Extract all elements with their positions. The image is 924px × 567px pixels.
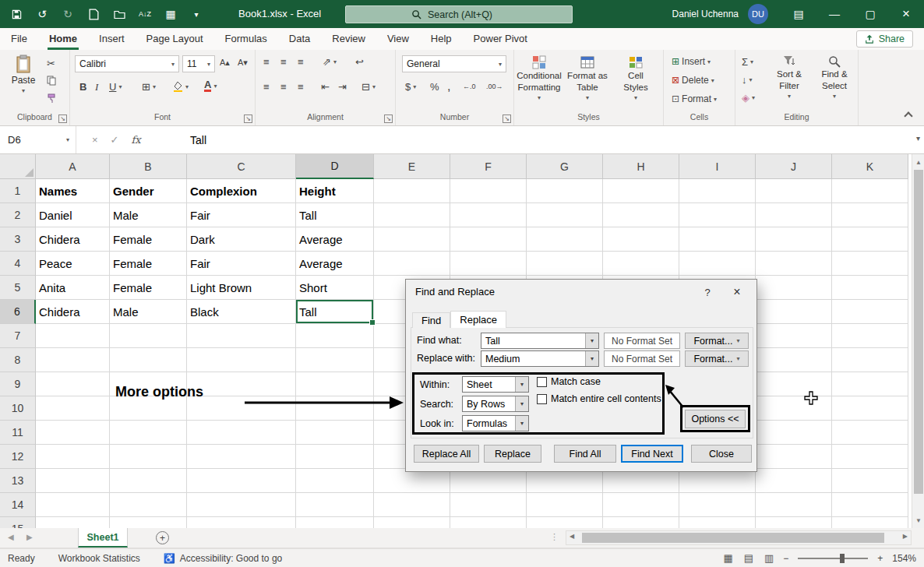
cell-C3[interactable]: Dark (187, 227, 296, 252)
insert-cells-button[interactable]: ⊞ Insert ▾ (672, 56, 711, 67)
cell-H15[interactable] (603, 517, 679, 528)
dropdown-icon[interactable]: ▾ (515, 416, 528, 431)
column-header-K[interactable]: K (832, 154, 908, 179)
splitter-dots-icon[interactable]: ⋮ (550, 532, 559, 542)
zoom-out-button[interactable]: − (783, 553, 788, 564)
sort-filter-button[interactable]: Sort & Filter ▾ (768, 52, 810, 111)
ribbon-tab-home[interactable]: Home (38, 28, 88, 50)
zoom-in-button[interactable]: + (877, 553, 883, 564)
cell-K8[interactable] (832, 348, 908, 372)
cell-B1[interactable]: Gender (110, 179, 187, 203)
scroll-left-icon[interactable]: ◀ (570, 533, 574, 540)
cell-F15[interactable] (450, 517, 527, 528)
cell-G1[interactable] (527, 179, 603, 203)
borders-button[interactable]: ⊞▾ (142, 81, 156, 93)
clear-button[interactable]: ◈▾ (742, 92, 755, 104)
cell-K13[interactable] (832, 469, 908, 493)
page-break-view-icon[interactable]: ▥ (764, 552, 774, 564)
cell-D13[interactable] (296, 469, 374, 493)
find-format-button[interactable]: Format...▾ (685, 333, 749, 349)
minimize-button[interactable]: — (816, 0, 852, 28)
column-header-H[interactable]: H (603, 154, 679, 179)
italic-button[interactable]: I (95, 81, 98, 93)
undo-icon[interactable]: ↺ (35, 6, 49, 22)
cell-B4[interactable]: Female (110, 252, 187, 276)
increase-indent-button[interactable]: ⇥ (338, 81, 347, 93)
options-button[interactable]: Options << (685, 410, 746, 428)
match-case-checkbox[interactable]: Match case (537, 376, 601, 387)
cell-I14[interactable] (679, 493, 756, 517)
row-header-15[interactable]: 15 (0, 517, 36, 528)
alignment-dialog-launcher[interactable]: ↘ (384, 114, 393, 123)
cell-J14[interactable] (756, 493, 832, 517)
cell-E15[interactable] (374, 517, 450, 528)
cell-C7[interactable] (187, 324, 296, 348)
dialog-tab-replace[interactable]: Replace (450, 311, 506, 328)
cell-E4[interactable] (374, 252, 450, 276)
sheet-nav-right-icon[interactable]: ▶ (26, 533, 33, 541)
ribbon-tab-formulas[interactable]: Formulas (214, 28, 278, 50)
cell-F14[interactable] (450, 493, 527, 517)
shrink-font-button[interactable]: A▾ (238, 58, 248, 68)
fill-color-button[interactable]: ▾ (173, 81, 189, 92)
dialog-help-button[interactable]: ? (696, 283, 719, 301)
horizontal-scrollbar[interactable]: ◀ ▶ (566, 530, 912, 545)
find-what-input[interactable]: Tall ▾ (481, 333, 599, 349)
zoom-slider[interactable] (798, 553, 868, 564)
cell-C15[interactable] (187, 517, 296, 528)
cell-J8[interactable] (756, 348, 832, 372)
cell-A12[interactable] (36, 445, 110, 469)
column-header-A[interactable]: A (36, 154, 110, 179)
cell-E13[interactable] (374, 469, 450, 493)
row-header-10[interactable]: 10 (0, 396, 36, 421)
cell-F3[interactable] (450, 227, 527, 252)
workbook-statistics[interactable]: Workbook Statistics (58, 553, 140, 564)
table-icon[interactable]: ▦ (164, 6, 178, 22)
cell-E1[interactable] (374, 179, 450, 203)
name-box[interactable]: D6 ▾ (0, 126, 76, 153)
row-header-8[interactable]: 8 (0, 348, 36, 372)
cell-H14[interactable] (603, 493, 679, 517)
cell-J15[interactable] (756, 517, 832, 528)
scroll-up-icon[interactable]: ▲ (912, 156, 924, 168)
row-header-3[interactable]: 3 (0, 227, 36, 252)
decrease-decimal-button[interactable]: .00→ (486, 83, 503, 90)
cell-K14[interactable] (832, 493, 908, 517)
row-header-4[interactable]: 4 (0, 252, 36, 276)
font-dialog-launcher[interactable]: ↘ (244, 114, 252, 123)
number-format-combobox[interactable]: General▾ (402, 55, 506, 72)
find-next-button[interactable]: Find Next (621, 445, 683, 463)
within-select[interactable]: Sheet ▾ (462, 376, 529, 393)
look-in-select[interactable]: Formulas ▾ (462, 415, 529, 431)
column-header-J[interactable]: J (756, 154, 832, 179)
cell-B12[interactable] (110, 445, 187, 469)
replace-all-button[interactable]: Replace All (414, 445, 479, 463)
cut-button[interactable]: ✂ (47, 58, 55, 69)
close-button[interactable]: × (888, 0, 924, 28)
vertical-scrollbar-thumb[interactable] (914, 170, 923, 494)
cell-A4[interactable]: Peace (36, 252, 110, 276)
cell-J4[interactable] (756, 252, 832, 276)
cell-F4[interactable] (450, 252, 527, 276)
cell-A15[interactable] (36, 517, 110, 528)
dropdown-icon[interactable]: ▾ (515, 396, 528, 411)
paste-button[interactable]: Paste ▾ (6, 55, 41, 94)
accounting-format-button[interactable]: $▾ (405, 81, 416, 93)
dropdown-icon[interactable]: ▾ (585, 333, 598, 348)
cell-F1[interactable] (450, 179, 527, 203)
align-top-button[interactable]: ≡ (263, 56, 270, 68)
cancel-icon[interactable]: × (92, 134, 98, 146)
cell-K5[interactable] (832, 276, 908, 300)
search-select[interactable]: By Rows ▾ (462, 396, 529, 412)
cell-D9[interactable] (296, 372, 374, 396)
avatar[interactable]: DU (748, 4, 768, 24)
grow-font-button[interactable]: A▴ (220, 58, 230, 68)
cell-K1[interactable] (832, 179, 908, 203)
cell-E2[interactable] (374, 203, 450, 227)
cell-G3[interactable] (527, 227, 603, 252)
page-layout-view-icon[interactable]: ▤ (744, 552, 753, 564)
dropdown-icon[interactable]: ▾ (585, 351, 598, 366)
collapse-ribbon-icon[interactable] (904, 111, 912, 120)
cell-F2[interactable] (450, 203, 527, 227)
cell-I1[interactable] (679, 179, 756, 203)
